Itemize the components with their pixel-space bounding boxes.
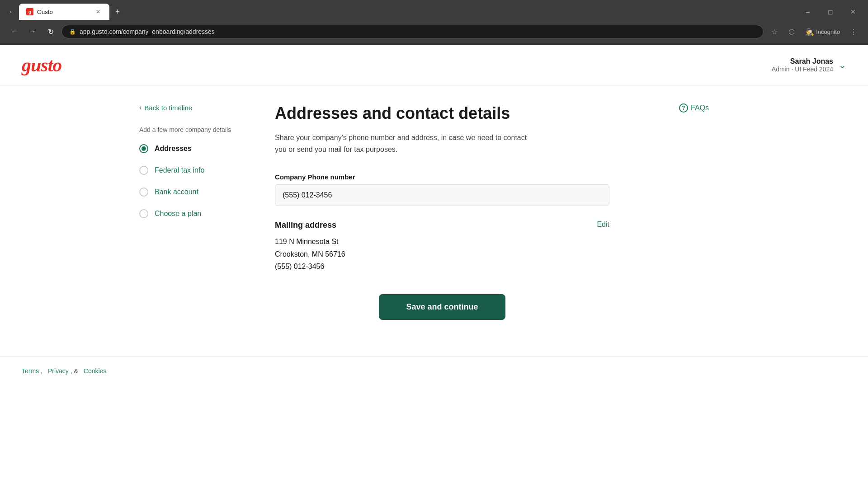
privacy-link[interactable]: Privacy bbox=[48, 367, 69, 375]
restore-button[interactable]: ◻ bbox=[820, 5, 841, 19]
page-title: Addresses and contact details bbox=[275, 103, 618, 123]
user-name: Sarah Jonas bbox=[772, 57, 833, 66]
tab-close-button[interactable]: ✕ bbox=[94, 8, 102, 16]
mailing-address-title: Mailing address bbox=[275, 221, 336, 230]
page-description: Share your company's phone number and ad… bbox=[275, 132, 537, 155]
cookies-link[interactable]: Cookies bbox=[84, 367, 107, 375]
phone-label: Company Phone number bbox=[275, 173, 618, 181]
footer-separator-1: , bbox=[41, 367, 42, 375]
faq-link[interactable]: ? FAQs bbox=[679, 103, 709, 113]
incognito-icon: 🕵 bbox=[805, 28, 814, 36]
save-and-continue-button[interactable]: Save and continue bbox=[379, 294, 505, 320]
forward-navigation-button[interactable]: → bbox=[25, 24, 40, 39]
page-content: gusto Sarah Jonas Admin · UI Feed 2024 ⌄… bbox=[0, 45, 868, 488]
app-header: gusto Sarah Jonas Admin · UI Feed 2024 ⌄ bbox=[0, 45, 868, 85]
bookmark-button[interactable]: ☆ bbox=[767, 24, 782, 39]
sidebar-label-federal-tax: Federal tax info bbox=[155, 166, 204, 174]
radio-federal-tax bbox=[139, 166, 148, 175]
browser-chrome: ‹ g Gusto ✕ + – ◻ ✕ ← → ↻ 🔒 app.gusto.co… bbox=[0, 0, 868, 45]
user-role: Admin · UI Feed 2024 bbox=[772, 66, 833, 73]
menu-button[interactable]: ⋮ bbox=[846, 24, 861, 39]
sidebar-item-addresses[interactable]: Addresses bbox=[139, 144, 248, 153]
tab-favicon: g bbox=[26, 8, 33, 15]
sidebar-label-choose-plan: Choose a plan bbox=[155, 210, 201, 218]
user-menu[interactable]: Sarah Jonas Admin · UI Feed 2024 ⌄ bbox=[772, 57, 846, 73]
tab-title: Gusto bbox=[37, 9, 90, 15]
browser-action-buttons: ☆ ⬡ 🕵 Incognito ⋮ bbox=[767, 24, 861, 39]
new-tab-button[interactable]: + bbox=[111, 5, 124, 18]
page-footer: Terms , Privacy , & Cookies bbox=[0, 356, 868, 385]
active-tab[interactable]: g Gusto ✕ bbox=[19, 4, 109, 20]
user-details: Sarah Jonas Admin · UI Feed 2024 bbox=[772, 57, 833, 73]
back-link-label: Back to timeline bbox=[144, 104, 192, 112]
lock-icon: 🔒 bbox=[69, 28, 76, 35]
phone-form-group: Company Phone number bbox=[275, 173, 618, 206]
address-line-1: 119 N Minnesota St bbox=[275, 235, 618, 248]
back-arrow-icon: ‹ bbox=[139, 103, 142, 112]
url-text: app.gusto.com/company_onboarding/address… bbox=[80, 28, 215, 35]
mailing-address-header: Mailing address Edit bbox=[275, 221, 609, 230]
main-content-area: Addresses and contact details Share your… bbox=[275, 103, 618, 338]
back-to-timeline-link[interactable]: ‹ Back to timeline bbox=[139, 103, 248, 112]
terms-link[interactable]: Terms bbox=[22, 367, 39, 375]
sidebar-helper-text: Add a few more company details bbox=[139, 126, 248, 133]
tab-history-back[interactable]: ‹ bbox=[5, 5, 17, 18]
sidebar: ‹ Back to timeline Add a few more compan… bbox=[139, 103, 248, 338]
faq-icon: ? bbox=[679, 103, 688, 113]
edit-address-link[interactable]: Edit bbox=[597, 221, 609, 229]
address-bar[interactable]: 🔒 app.gusto.com/company_onboarding/addre… bbox=[61, 25, 764, 38]
radio-bank-account bbox=[139, 188, 148, 197]
sidebar-label-bank-account: Bank account bbox=[155, 188, 198, 196]
minimize-button[interactable]: – bbox=[797, 5, 818, 19]
tabs-bar: ‹ g Gusto ✕ + – ◻ ✕ bbox=[0, 0, 868, 20]
save-button-wrapper: Save and continue bbox=[275, 294, 609, 320]
incognito-label: Incognito bbox=[816, 28, 840, 35]
browser-toolbar: ← → ↻ 🔒 app.gusto.com/company_onboarding… bbox=[0, 20, 868, 43]
refresh-button[interactable]: ↻ bbox=[43, 24, 58, 39]
radio-choose-plan bbox=[139, 209, 148, 218]
extension-button[interactable]: ⬡ bbox=[784, 24, 799, 39]
sidebar-label-addresses: Addresses bbox=[155, 145, 192, 153]
address-phone: (555) 012-3456 bbox=[275, 260, 618, 272]
faq-label: FAQs bbox=[691, 104, 709, 112]
incognito-indicator: 🕵 Incognito bbox=[802, 24, 844, 39]
main-layout: ‹ Back to timeline Add a few more compan… bbox=[118, 85, 750, 356]
sidebar-item-bank-account[interactable]: Bank account bbox=[139, 188, 248, 197]
gusto-logo: gusto bbox=[22, 54, 61, 76]
close-button[interactable]: ✕ bbox=[843, 5, 863, 19]
sidebar-item-choose-plan[interactable]: Choose a plan bbox=[139, 209, 248, 218]
back-navigation-button[interactable]: ← bbox=[7, 24, 22, 39]
address-line-2: Crookston, MN 56716 bbox=[275, 248, 618, 260]
sidebar-item-federal-tax[interactable]: Federal tax info bbox=[139, 166, 248, 175]
window-controls: – ◻ ✕ bbox=[797, 5, 863, 19]
mailing-address-section: Mailing address Edit 119 N Minnesota St … bbox=[275, 221, 618, 272]
radio-addresses bbox=[139, 144, 148, 153]
footer-separator-2: , & bbox=[71, 367, 78, 375]
phone-input[interactable] bbox=[275, 184, 609, 206]
chevron-down-icon: ⌄ bbox=[839, 60, 846, 70]
